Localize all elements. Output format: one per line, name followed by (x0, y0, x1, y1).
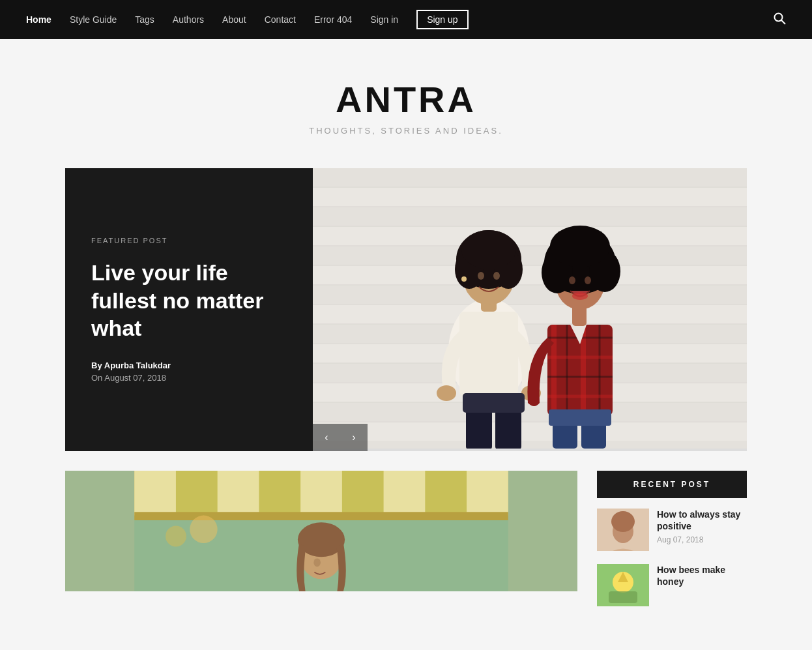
svg-rect-32 (459, 312, 518, 396)
nav-link-signin[interactable]: Sign in (370, 14, 398, 25)
nav-item-signup[interactable]: Sign up (416, 14, 468, 25)
svg-rect-7 (313, 246, 747, 265)
svg-rect-58 (549, 409, 611, 426)
featured-slider: FEATURED POST Live your life fullest no … (65, 168, 747, 451)
svg-point-33 (437, 385, 456, 401)
slider-prev-button[interactable]: ‹ (313, 424, 340, 451)
nav-item-tags[interactable]: Tags (135, 14, 154, 25)
nav-link-tags[interactable]: Tags (135, 14, 154, 25)
svg-rect-71 (218, 471, 259, 516)
svg-rect-15 (313, 403, 747, 421)
featured-author: By Apurba Talukdar (91, 361, 287, 370)
featured-author-name: Apurba Talukdar (104, 361, 171, 370)
recent-post-title-1[interactable]: How to always stay positive (657, 509, 747, 532)
svg-point-77 (190, 516, 217, 543)
featured-title: Live your life fullest no matter what (91, 259, 287, 342)
svg-point-78 (166, 526, 186, 547)
svg-point-67 (572, 292, 588, 300)
svg-rect-17 (313, 441, 747, 449)
recent-post-info-1: How to always stay positive Aug 07, 2018 (657, 509, 747, 544)
svg-point-0 (775, 13, 783, 21)
svg-rect-3 (313, 168, 747, 186)
nav-link-authors[interactable]: Authors (173, 14, 204, 25)
svg-point-66 (585, 276, 591, 284)
main-content: RECENT POST How to always stay positive … (65, 471, 747, 619)
search-icon[interactable] (773, 12, 786, 28)
svg-rect-70 (134, 471, 176, 516)
featured-image-svg (313, 168, 747, 449)
svg-rect-9 (313, 286, 747, 304)
recent-post-item-2[interactable]: How bees make honey (597, 564, 747, 606)
recent-post-item-1[interactable]: How to always stay positive Aug 07, 2018 (597, 509, 747, 551)
svg-rect-4 (313, 188, 747, 206)
sidebar: RECENT POST How to always stay positive … (597, 471, 747, 619)
recent-post-title: RECENT POST (597, 471, 747, 498)
svg-rect-5 (313, 207, 747, 226)
svg-point-84 (611, 511, 635, 532)
post-card-svg (65, 471, 577, 591)
svg-line-1 (781, 20, 785, 24)
nav-item-authors[interactable]: Authors (173, 14, 204, 25)
slider-nav: ‹ › (313, 424, 368, 451)
nav-link-signup[interactable]: Sign up (416, 10, 468, 29)
svg-rect-8 (313, 266, 747, 284)
svg-point-46 (461, 276, 467, 282)
nav-item-about[interactable]: About (222, 14, 246, 25)
nav-item-home[interactable]: Home (26, 14, 51, 25)
featured-slider-wrapper: FEATURED POST Live your life fullest no … (65, 168, 747, 451)
svg-rect-88 (609, 591, 637, 603)
nav-link-error404[interactable]: Error 404 (314, 14, 352, 25)
featured-text-panel: FEATURED POST Live your life fullest no … (65, 168, 313, 451)
recent-post-date-1: Aug 07, 2018 (657, 535, 747, 544)
main-nav: Home Style Guide Tags Authors About Cont… (0, 0, 812, 39)
nav-item-contact[interactable]: Contact (265, 14, 296, 25)
featured-date-value: August 07, 2018 (104, 373, 166, 383)
svg-rect-16 (313, 422, 747, 441)
svg-point-43 (461, 230, 516, 269)
svg-rect-74 (467, 471, 508, 516)
site-title: ANTRA (13, 78, 799, 121)
recent-post-thumb-1 (597, 509, 649, 551)
svg-rect-37 (463, 393, 525, 413)
nav-item-signin[interactable]: Sign in (370, 14, 398, 25)
recent-post-title-2[interactable]: How bees make honey (657, 564, 747, 587)
nav-link-about[interactable]: About (222, 14, 246, 25)
nav-item-style-guide[interactable]: Style Guide (70, 14, 117, 25)
post-card-image (65, 471, 577, 591)
svg-rect-11 (313, 325, 747, 343)
posts-column (65, 471, 577, 619)
site-subtitle: THOUGHTS, STORIES AND IDEAS. (13, 126, 799, 136)
site-header: ANTRA THOUGHTS, STORIES AND IDEAS. (0, 39, 812, 168)
slider-next-button[interactable]: › (340, 424, 368, 451)
nav-item-error404[interactable]: Error 404 (314, 14, 352, 25)
svg-point-65 (569, 276, 575, 284)
featured-date: On August 07, 2018 (91, 373, 287, 383)
svg-rect-75 (134, 512, 508, 520)
recent-post-info-2: How bees make honey (657, 564, 747, 591)
svg-rect-6 (313, 227, 747, 245)
svg-rect-10 (313, 305, 747, 323)
nav-link-style-guide[interactable]: Style Guide (70, 14, 117, 25)
svg-point-64 (550, 226, 610, 267)
svg-rect-72 (300, 471, 342, 516)
featured-image-panel (313, 168, 747, 451)
recent-post-thumb-svg-2 (597, 564, 649, 606)
svg-point-44 (478, 272, 484, 280)
nav-links: Home Style Guide Tags Authors About Cont… (26, 14, 469, 25)
svg-rect-73 (384, 471, 426, 516)
recent-post-thumb-svg-1 (597, 509, 649, 551)
svg-point-81 (313, 558, 321, 567)
featured-label: FEATURED POST (91, 237, 287, 244)
featured-by-text: By (91, 361, 104, 370)
recent-post-thumb-2 (597, 564, 649, 606)
svg-point-45 (493, 272, 500, 280)
nav-link-home[interactable]: Home (26, 14, 51, 25)
nav-link-contact[interactable]: Contact (265, 14, 296, 25)
featured-on-text: On (91, 373, 104, 383)
